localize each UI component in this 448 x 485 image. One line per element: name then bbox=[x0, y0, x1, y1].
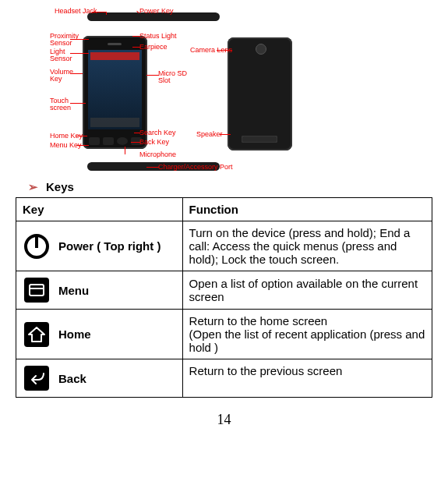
table-header-row: Key Function bbox=[16, 198, 432, 221]
label-speaker: Speaker bbox=[196, 131, 223, 138]
phone-back-view bbox=[228, 37, 292, 150]
key-function: Open a list of option available on the c… bbox=[182, 271, 432, 310]
header-function: Function bbox=[182, 198, 432, 221]
key-label: Back bbox=[58, 372, 86, 385]
label-micro-sd-slot: Micro SD Slot bbox=[158, 70, 187, 85]
back-icon bbox=[23, 364, 51, 392]
section-title-text: Keys bbox=[46, 180, 74, 193]
key-label: Home bbox=[58, 327, 91, 341]
table-row: Power ( Top right ) Turn on the device (… bbox=[16, 221, 432, 271]
key-function: Return to the previous screen bbox=[182, 359, 432, 398]
power-icon bbox=[23, 232, 51, 260]
table-row: Menu Open a list of option available on … bbox=[16, 271, 432, 310]
label-status-light: Status Light bbox=[139, 33, 177, 40]
key-label: Menu bbox=[58, 284, 89, 297]
page-number: 14 bbox=[16, 412, 432, 428]
key-function: Turn on the device (press and hold); End… bbox=[182, 221, 432, 271]
menu-icon bbox=[23, 276, 51, 304]
phone-diagram: Headset Jack Power Key Proximity Sensor … bbox=[16, 8, 432, 175]
label-charger-port: Charger/Accessory Port bbox=[158, 164, 233, 171]
table-row: Back Return to the previous screen bbox=[16, 359, 432, 398]
label-back-key: Back Key bbox=[139, 139, 169, 146]
label-microphone: Microphone bbox=[139, 151, 176, 158]
label-headset-jack: Headset Jack bbox=[55, 8, 97, 15]
keys-table: Key Function Power ( Top right ) Turn on… bbox=[16, 197, 432, 398]
label-touch-screen: Touch screen bbox=[50, 97, 71, 112]
label-proximity-sensor: Proximity Sensor bbox=[50, 33, 79, 48]
bullet-marker: ➢ bbox=[28, 180, 38, 193]
label-earpiece: Earpiece bbox=[139, 44, 168, 51]
label-volume-key: Volume Key bbox=[50, 69, 73, 83]
section-heading-keys: ➢Keys bbox=[28, 180, 432, 194]
header-key: Key bbox=[16, 198, 183, 221]
svg-rect-2 bbox=[24, 278, 49, 303]
key-label: Power ( Top right ) bbox=[58, 239, 161, 253]
svg-rect-6 bbox=[24, 366, 49, 391]
svg-rect-5 bbox=[24, 322, 49, 347]
table-row: Home Return to the home screen (Open the… bbox=[16, 310, 432, 359]
label-search-key: Search Key bbox=[139, 129, 176, 136]
key-function: Return to the home screen (Open the list… bbox=[182, 310, 432, 359]
home-icon bbox=[23, 320, 51, 349]
label-power-key: Power Key bbox=[139, 8, 174, 15]
svg-rect-1 bbox=[35, 237, 38, 248]
label-light-sensor: Light Sensor bbox=[50, 48, 72, 63]
